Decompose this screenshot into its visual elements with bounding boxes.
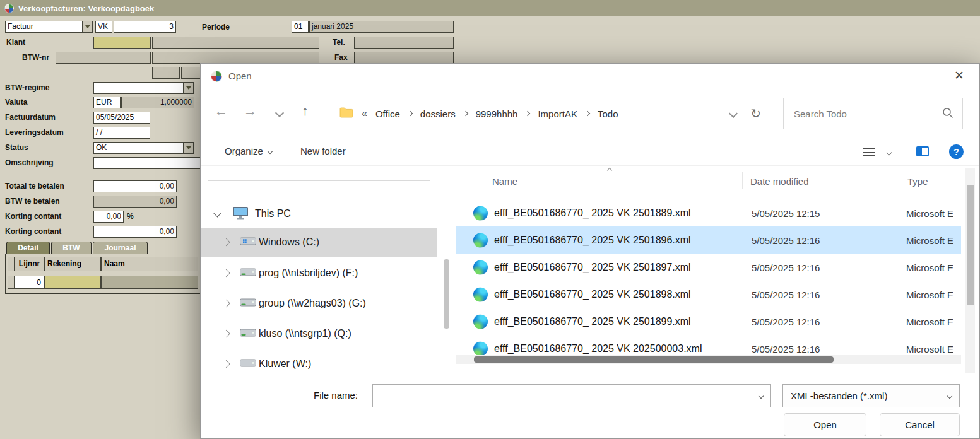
chevron-down-icon[interactable]	[213, 209, 221, 218]
document-number-field[interactable]: 3	[114, 21, 176, 33]
search-input[interactable]	[793, 108, 942, 120]
valuta-field[interactable]: EUR	[93, 97, 121, 108]
grid-row-selector[interactable]	[8, 276, 15, 289]
column-divider[interactable]	[899, 172, 899, 189]
totaal-te-betalen-label: Totaal te betalen	[5, 182, 64, 190]
view-mode-icon[interactable]	[863, 148, 875, 156]
tab-btw[interactable]: BTW	[51, 242, 92, 254]
periode-name-field: januari 2025	[309, 21, 454, 33]
chevron-right-icon[interactable]	[222, 300, 230, 308]
omschrijving-field[interactable]	[93, 157, 201, 169]
dropdown-arrow-icon	[186, 86, 191, 90]
close-icon[interactable]: ✕	[954, 68, 964, 83]
leveringsdatum-field[interactable]: / /	[93, 127, 150, 139]
file-date: 5/05/2025 12:16	[752, 235, 820, 245]
up-icon[interactable]: ↑	[302, 104, 309, 117]
file-name-dropdown-chevron-icon[interactable]	[759, 393, 764, 398]
korting-contant-field[interactable]: 0,00	[93, 226, 177, 238]
periode-number-field[interactable]: 01	[292, 21, 309, 33]
back-icon[interactable]: ←	[215, 104, 228, 117]
breadcrumb-segment-9999hhhh[interactable]: 9999hhhh	[476, 108, 518, 119]
chevron-right-icon[interactable]	[222, 238, 230, 247]
chevron-right-icon[interactable]	[222, 330, 230, 338]
address-bar[interactable]: « Office dossiers 9999hhhh ImportAK Todo…	[329, 98, 770, 129]
breadcrumb-separator-icon	[463, 111, 468, 116]
document-type-combobox[interactable]: Factuur	[5, 21, 93, 33]
document-type-dropdown-button[interactable]	[82, 21, 93, 33]
drive-c-icon	[240, 237, 256, 248]
status-dropdown-button[interactable]	[183, 142, 194, 154]
dialog-footer: File name: XML-bestanden (*.xml) Open Ca…	[201, 373, 979, 438]
valuta-label: Valuta	[5, 98, 27, 107]
breadcrumb-overflow[interactable]: «	[362, 108, 367, 119]
sidebar-item-label: kluso (\\ntsgrp1) (Q:)	[259, 328, 351, 339]
file-name-combobox	[372, 384, 771, 407]
btw-te-betalen-label: BTW te betalen	[5, 197, 60, 206]
journal-code-field[interactable]: VK	[95, 21, 112, 33]
breadcrumb-segment-dossiers[interactable]: dossiers	[420, 108, 456, 119]
tab-detail[interactable]: Detail	[6, 242, 50, 254]
korting-contant-pct-field[interactable]: 0,00	[93, 211, 124, 223]
column-header-type[interactable]: Type	[907, 176, 928, 187]
file-row[interactable]: efff_BE0501686770_ 2025 VK 2501889.xml 5…	[456, 199, 961, 226]
new-folder-button[interactable]: New folder	[300, 146, 346, 156]
btw-regime-dropdown-button[interactable]	[183, 82, 194, 94]
chevron-right-icon[interactable]	[222, 269, 230, 278]
preview-pane-icon[interactable]	[916, 146, 929, 156]
column-divider[interactable]	[742, 172, 743, 189]
grid-header-lijnnr: Lijnnr	[15, 257, 44, 271]
breadcrumb-segment-todo[interactable]: Todo	[598, 108, 618, 119]
breadcrumb-segment-office[interactable]: Office	[375, 108, 400, 119]
breadcrumb-separator-icon	[408, 111, 413, 116]
cancel-button[interactable]: Cancel	[880, 413, 960, 436]
koers-field: 1,000000	[121, 97, 194, 108]
network-drive-icon	[240, 268, 256, 279]
organize-button[interactable]: Organize	[225, 146, 272, 156]
dropdown-arrow-icon	[186, 146, 191, 149]
refresh-icon[interactable]: ↻	[750, 107, 761, 120]
sidebar-item-prog-f[interactable]: prog (\\ntsbriljdev) (F:)	[201, 260, 437, 286]
sidebar-item-label: Windows (C:)	[259, 237, 319, 248]
file-row-selected[interactable]: efff_BE0501686770_ 2025 VK 2501896.xml 5…	[456, 226, 961, 254]
factuurdatum-field[interactable]: 05/05/2025	[93, 112, 150, 124]
view-mode-chevron-icon[interactable]	[887, 150, 892, 155]
network-drive-icon	[240, 298, 256, 309]
column-header-name[interactable]: Name	[492, 176, 517, 187]
sidebar-item-kluso-q[interactable]: kluso (\\ntsgrp1) (Q:)	[201, 321, 437, 346]
grid-cell-rekening[interactable]	[44, 276, 101, 289]
open-button[interactable]: Open	[784, 413, 866, 436]
grid-header-rekening: Rekening	[44, 257, 101, 271]
grid-cell-naam[interactable]	[101, 276, 198, 289]
totaal-te-betalen-field[interactable]: 0,00	[93, 180, 177, 192]
btw-regime-field[interactable]	[93, 82, 194, 94]
breadcrumb-segment-importak[interactable]: ImportAK	[538, 108, 577, 119]
omschrijving-label: Omschrijving	[5, 158, 54, 167]
sidebar-item-windows-c[interactable]: Windows (C:)	[201, 228, 437, 257]
klant-code-field[interactable]	[93, 37, 151, 49]
recent-locations-chevron-icon[interactable]	[275, 108, 284, 117]
breadcrumb-separator-icon	[585, 111, 590, 116]
file-name: efff_BE0501686770_ 2025 VK 2501897.xml	[494, 262, 691, 273]
file-row[interactable]: efff_BE0501686770_ 2025 VK 2501899.xml 5…	[456, 308, 961, 335]
file-row[interactable]: efff_BE0501686770_ 2025 VK 2501897.xml 5…	[456, 254, 961, 281]
forward-icon[interactable]: →	[244, 104, 257, 117]
vertical-scrollbar-thumb[interactable]	[967, 185, 974, 305]
status-field[interactable]: OK	[93, 142, 194, 154]
percent-label: %	[127, 212, 134, 221]
address-dropdown-chevron-icon[interactable]	[729, 109, 738, 118]
file-type-dropdown[interactable]: XML-bestanden (*.xml)	[782, 384, 960, 407]
edge-file-icon	[473, 260, 488, 274]
sidebar-item-this-pc[interactable]: This PC	[201, 201, 437, 226]
sidebar-item-group-g[interactable]: group (\\w2hags03) (G:)	[201, 291, 437, 316]
chevron-right-icon[interactable]	[222, 360, 230, 368]
file-name-input[interactable]	[381, 390, 759, 402]
open-file-dialog: Open ✕ ← → ↑ « Office dossiers 9999hhhh …	[200, 63, 980, 439]
file-row[interactable]: efff_BE0501686770_ 2025 VK 2501898.xml 5…	[456, 281, 961, 308]
organize-label: Organize	[225, 146, 263, 156]
help-icon[interactable]: ?	[949, 144, 964, 159]
horizontal-scrollbar-thumb[interactable]	[474, 356, 834, 363]
sidebar-scrollbar[interactable]	[444, 259, 449, 329]
grid-cell-lijnnr[interactable]: 0	[15, 276, 44, 289]
column-header-date-modified[interactable]: Date modified	[750, 176, 809, 187]
tab-journaal[interactable]: Journaal	[93, 242, 148, 254]
